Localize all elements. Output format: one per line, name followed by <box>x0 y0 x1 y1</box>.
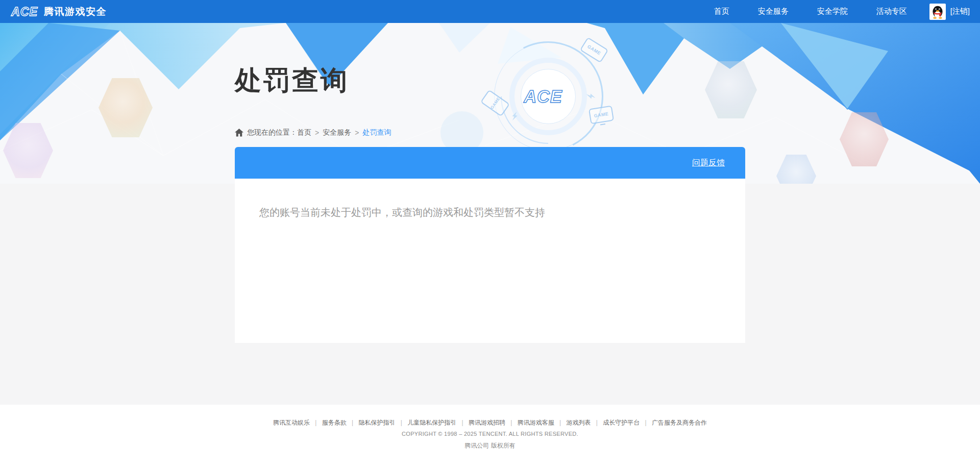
breadcrumb-home[interactable]: 首页 <box>297 128 311 137</box>
nav-item-security-academy[interactable]: 安全学院 <box>817 7 848 16</box>
punishment-result-card: 问题反馈 您的账号当前未处于处罚中，或查询的游戏和处罚类型暂不支持 <box>235 147 745 343</box>
footer-link[interactable]: 儿童隐私保护指引 <box>407 419 456 426</box>
breadcrumb-current[interactable]: 处罚查询 <box>362 128 391 137</box>
footer-separator: ｜ <box>313 419 319 426</box>
footer-separator: ｜ <box>459 419 465 426</box>
top-navbar: ACE 腾讯游戏安全 首页 安全服务 安全学院 活动专区 [注销] <box>0 0 980 23</box>
footer-separator: ｜ <box>557 419 564 426</box>
ace-logo-icon: ACE <box>10 5 40 19</box>
breadcrumb: 您现在的位置： 首页 > 安全服务 > 处罚查询 <box>235 128 391 137</box>
footer-link[interactable]: 腾讯游戏招聘 <box>469 419 505 426</box>
footer-separator: ｜ <box>398 419 404 426</box>
main-nav: 首页 安全服务 安全学院 活动专区 [注销] <box>685 4 970 20</box>
content-spacer <box>0 343 980 405</box>
footer-link[interactable]: 腾讯游戏客服 <box>518 419 554 426</box>
nav-item-home[interactable]: 首页 <box>714 7 729 16</box>
breadcrumb-security-services[interactable]: 安全服务 <box>323 128 351 137</box>
footer-links: 腾讯互动娱乐｜服务条款｜隐私保护指引｜儿童隐私保护指引｜腾讯游戏招聘｜腾讯游戏客… <box>0 418 980 427</box>
footer-separator: ｜ <box>594 419 600 426</box>
breadcrumb-separator: > <box>355 129 359 137</box>
svg-text:ACE: ACE <box>11 5 38 18</box>
footer-link[interactable]: 广告服务及商务合作 <box>652 419 707 426</box>
breadcrumb-separator: > <box>315 129 319 137</box>
footer-link[interactable]: 隐私保护指引 <box>358 419 395 426</box>
footer-link[interactable]: 服务条款 <box>322 419 347 426</box>
site-logo[interactable]: ACE 腾讯游戏安全 <box>10 5 107 19</box>
footer-link[interactable]: 成长守护平台 <box>603 419 640 426</box>
qq-penguin-icon <box>930 4 945 19</box>
home-icon <box>235 129 243 137</box>
qq-avatar[interactable] <box>929 4 946 20</box>
footer-link[interactable]: 游戏列表 <box>567 419 591 426</box>
footer-separator: ｜ <box>350 419 356 426</box>
nav-item-activity-zone[interactable]: 活动专区 <box>876 7 907 16</box>
copyright-text: COPYRIGHT © 1998 – 2025 TENCENT. ALL RIG… <box>0 431 980 437</box>
footer-separator: ｜ <box>508 419 514 426</box>
hero-content: 处罚查询 您现在的位置： 首页 > 安全服务 > 处罚查询 <box>235 63 745 98</box>
result-card-header: 问题反馈 <box>235 147 745 179</box>
page-footer: 腾讯互动娱乐｜服务条款｜隐私保护指引｜儿童隐私保护指引｜腾讯游戏招聘｜腾讯游戏客… <box>0 405 980 469</box>
result-card-body: 您的账号当前未处于处罚中，或查询的游戏和处罚类型暂不支持 <box>235 179 745 343</box>
feedback-link[interactable]: 问题反馈 <box>692 158 725 168</box>
footer-separator: ｜ <box>643 419 649 426</box>
logout-link[interactable]: [注销] <box>950 7 970 16</box>
nav-item-security-services[interactable]: 安全服务 <box>758 7 789 16</box>
site-title: 腾讯游戏安全 <box>44 5 107 18</box>
no-punishment-message: 您的账号当前未处于处罚中，或查询的游戏和处罚类型暂不支持 <box>259 205 721 219</box>
breadcrumb-prefix: 您现在的位置： <box>247 128 297 137</box>
page-title: 处罚查询 <box>235 63 745 98</box>
company-text: 腾讯公司 版权所有 <box>0 441 980 450</box>
footer-link[interactable]: 腾讯互动娱乐 <box>273 419 310 426</box>
